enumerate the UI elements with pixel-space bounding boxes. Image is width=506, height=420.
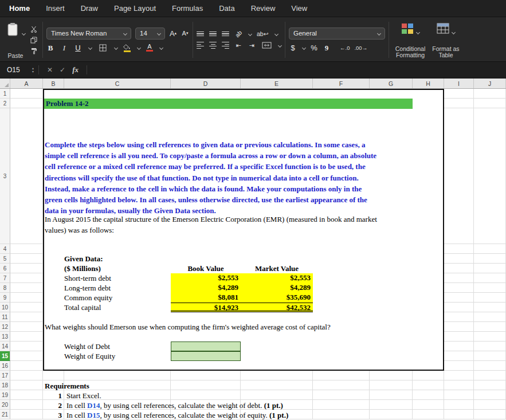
borders-dropdown-chevron-icon[interactable] [114,46,118,50]
column-header-e[interactable]: E [241,78,313,88]
row-header-4[interactable]: 4 [0,244,10,254]
row-header-7[interactable]: 7 [0,273,10,283]
merge-center-button[interactable] [261,41,272,49]
row-header-5[interactable]: 5 [0,254,10,264]
orientation-dropdown-chevron-icon[interactable] [248,32,252,36]
row-header-21[interactable]: 21 [0,410,10,419]
decrease-font-button[interactable]: A▾ [181,30,189,37]
row-header-2[interactable]: 2 [0,99,10,108]
format-painter-button[interactable] [29,47,39,55]
column-header-b[interactable]: B [43,78,64,88]
tab-insert[interactable]: Insert [46,4,65,13]
tab-review[interactable]: Review [251,4,276,13]
font-color-dropdown-chevron-icon[interactable] [159,46,163,50]
column-header-c[interactable]: C [64,78,171,88]
tab-view[interactable]: View [291,4,307,13]
comma-style-button[interactable]: 9 [323,44,331,53]
wrap-text-dropdown-chevron-icon[interactable] [274,32,278,36]
cell-d7[interactable]: $2,553 [171,273,241,283]
font-color-button[interactable]: A [146,44,153,52]
name-box[interactable]: O15 [0,66,29,74]
currency-dropdown-chevron-icon[interactable] [302,46,306,50]
row-header-16[interactable]: 16 [0,361,10,371]
copy-button[interactable] [29,36,39,44]
row-header-17[interactable]: 17 [0,371,10,380]
fill-color-dropdown-chevron-icon[interactable] [137,46,141,50]
select-all-corner[interactable] [0,78,10,88]
insert-function-button[interactable]: fx [72,65,79,74]
row-header-14[interactable]: 14 [0,342,10,351]
align-center-button[interactable] [209,42,217,49]
format-as-table-button[interactable]: Format as Table [428,20,464,60]
underline-button[interactable]: U [74,44,82,52]
align-top-button[interactable] [197,32,204,37]
wrap-text-button[interactable]: ab↩ [257,30,269,37]
row-header-11[interactable]: 11 [0,312,10,322]
merge-dropdown-chevron-icon[interactable] [278,43,282,47]
column-headers: ABCDEFGHIJ [0,78,506,89]
font-size-select[interactable]: 14 [135,28,165,40]
tab-page-layout[interactable]: Page Layout [114,4,156,13]
increase-indent-button[interactable]: ⇥ [248,42,256,49]
row-header-20[interactable]: 20 [0,400,10,410]
sheet-grid[interactable]: Problem 14-2 Complete the steps below us… [0,89,506,420]
row-header-9[interactable]: 9 [0,293,10,303]
paste-button[interactable]: Paste [5,20,26,60]
column-header-a[interactable]: A [10,78,43,88]
cell-e7[interactable]: $2,553 [241,273,313,283]
cell-e9[interactable]: $35,690 [241,293,313,303]
percent-button[interactable]: % [310,44,318,52]
increase-font-button[interactable]: A▴ [169,29,177,38]
row-header-12[interactable]: 12 [0,322,10,332]
column-header-d[interactable]: D [171,78,241,88]
column-header-f[interactable]: F [313,78,370,88]
tab-formulas[interactable]: Formulas [172,4,203,13]
row-header-6[interactable]: 6 [0,264,10,273]
name-box-stepper[interactable]: ▴▾ [32,66,34,73]
decrease-indent-button[interactable]: ⇤ [234,42,242,49]
align-middle-button[interactable] [209,32,217,37]
row-header-1[interactable]: 1 [0,89,10,99]
row-header-3[interactable]: 3 [0,108,10,244]
column-header-i[interactable]: I [444,78,474,88]
borders-button[interactable] [97,44,108,52]
cut-button[interactable] [29,25,39,33]
italic-button[interactable]: I [60,44,68,53]
bold-button[interactable]: B [46,44,54,53]
input-cell-d14[interactable] [171,342,241,351]
row-header-8[interactable]: 8 [0,283,10,293]
row-header-13[interactable]: 13 [0,332,10,342]
confirm-entry-button[interactable]: ✓ [60,66,65,74]
tab-draw[interactable]: Draw [81,4,98,13]
problem-title-cell[interactable]: Problem 14-2 [44,99,413,109]
cell-d9[interactable]: $8,081 [171,293,241,303]
fill-color-button[interactable] [123,44,131,52]
column-header-j[interactable]: J [474,78,506,88]
tab-home[interactable]: Home [9,4,30,13]
orientation-button[interactable]: ab [233,29,244,39]
underline-dropdown-chevron-icon[interactable] [88,46,92,50]
decrease-decimal-button[interactable]: .00→ [354,45,367,51]
cell-e8[interactable]: $4,289 [241,283,313,293]
tab-data[interactable]: Data [219,4,234,13]
conditional-formatting-button[interactable]: Conditional Formatting [393,20,428,60]
increase-decimal-button[interactable]: ←.0 [340,45,350,51]
currency-button[interactable]: $ [289,44,297,52]
align-bottom-button[interactable] [222,32,229,37]
row-header-18[interactable]: 18 [0,380,10,390]
cell-d10[interactable]: $14,923 [171,303,241,311]
align-right-button[interactable] [222,42,229,49]
cancel-entry-button[interactable]: ✕ [47,66,53,74]
row-header-15[interactable]: 15 [0,351,10,361]
cell-e10[interactable]: $42,532 [241,303,313,311]
align-left-button[interactable] [197,42,204,49]
number-format-select[interactable]: General [289,28,385,40]
cell-d8[interactable]: $4,289 [171,283,241,293]
font-name-select[interactable]: Times New Roman [46,28,131,40]
paste-dropdown-chevron-icon[interactable] [22,32,26,36]
row-header-19[interactable]: 19 [0,390,10,400]
row-header-10[interactable]: 10 [0,303,10,312]
input-cell-d15[interactable] [171,351,241,361]
column-header-g[interactable]: G [370,78,413,88]
column-header-h[interactable]: H [413,78,444,88]
